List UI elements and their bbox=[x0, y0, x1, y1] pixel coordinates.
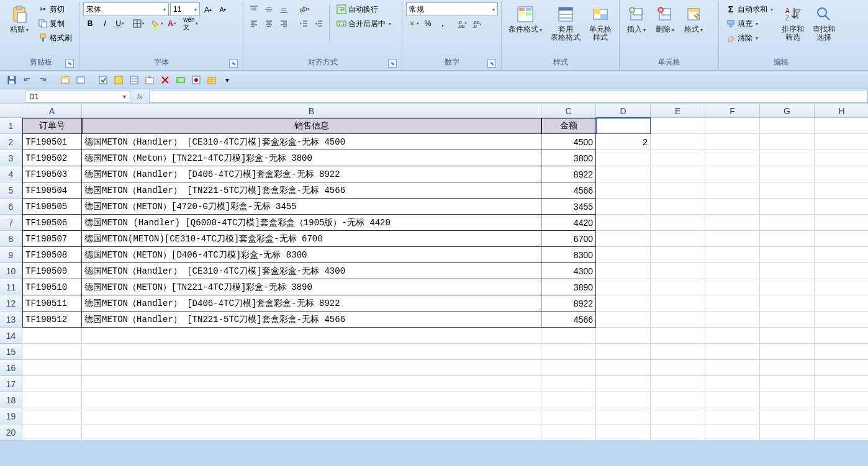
cell-E14[interactable] bbox=[651, 328, 705, 344]
orientation-button[interactable]: ab bbox=[297, 2, 310, 16]
col-header-G[interactable]: G bbox=[760, 104, 815, 118]
increase-indent-button[interactable] bbox=[312, 17, 325, 30]
cell-E2[interactable] bbox=[651, 134, 705, 150]
cell-A20[interactable] bbox=[22, 424, 82, 441]
cell-F12[interactable] bbox=[705, 295, 760, 311]
row-header-16[interactable]: 16 bbox=[0, 360, 22, 376]
cell-E16[interactable] bbox=[651, 360, 705, 376]
cell-B7[interactable]: 德国METON (Handler) [Q6000-4TC刀模]套盒彩盒（1905… bbox=[82, 215, 541, 231]
font-name-combo[interactable]: 宋体▾ bbox=[83, 2, 169, 16]
cell-F9[interactable] bbox=[705, 247, 760, 263]
cell-A10[interactable]: TF190509 bbox=[22, 263, 82, 279]
cell-F4[interactable] bbox=[705, 166, 760, 182]
cell-F6[interactable] bbox=[705, 199, 760, 215]
cell-E17[interactable] bbox=[651, 376, 705, 392]
formula-input[interactable] bbox=[149, 91, 868, 103]
cell-G15[interactable] bbox=[760, 344, 815, 360]
cell-G17[interactable] bbox=[760, 376, 815, 392]
phonetic-button[interactable]: wén文 bbox=[184, 17, 197, 30]
cell-E15[interactable] bbox=[651, 344, 705, 360]
increase-font-button[interactable]: A▴ bbox=[201, 2, 215, 16]
cell-A13[interactable]: TF190512 bbox=[22, 311, 82, 328]
cell-A5[interactable]: TF190504 bbox=[22, 182, 82, 199]
cell-A16[interactable] bbox=[22, 360, 82, 376]
cell-E13[interactable] bbox=[651, 311, 705, 328]
cell-D19[interactable] bbox=[596, 408, 651, 424]
row-header-19[interactable]: 19 bbox=[0, 408, 22, 424]
qat-btn-2[interactable] bbox=[74, 73, 88, 87]
cell-F18[interactable] bbox=[705, 392, 760, 408]
cell-C5[interactable]: 4566 bbox=[541, 182, 596, 199]
cell-G9[interactable] bbox=[760, 247, 815, 263]
cell-F8[interactable] bbox=[705, 231, 760, 247]
cell-C9[interactable]: 8300 bbox=[541, 247, 596, 263]
format-painter-button[interactable]: 格式刷 bbox=[35, 31, 75, 45]
align-left-button[interactable] bbox=[247, 17, 261, 30]
cell-B6[interactable]: 德国METON（METON）[4720-G刀模]彩盒-无标 3455 bbox=[82, 199, 541, 215]
cell-G5[interactable] bbox=[760, 182, 815, 199]
cell-C20[interactable] bbox=[541, 424, 596, 441]
cell-F17[interactable] bbox=[705, 376, 760, 392]
cell-C6[interactable]: 3455 bbox=[541, 199, 596, 215]
cell-A8[interactable]: TF190507 bbox=[22, 231, 82, 247]
cell-G2[interactable] bbox=[760, 134, 815, 150]
qat-btn-7[interactable] bbox=[158, 73, 172, 87]
cell-H20[interactable] bbox=[815, 424, 868, 441]
qat-btn-6[interactable] bbox=[143, 73, 156, 87]
cell-C4[interactable]: 8922 bbox=[541, 166, 596, 182]
cell-E6[interactable] bbox=[651, 199, 705, 215]
qat-btn-5[interactable] bbox=[127, 73, 141, 87]
cell-H18[interactable] bbox=[815, 392, 868, 408]
cell-E5[interactable] bbox=[651, 182, 705, 199]
cell-A3[interactable]: TF190502 bbox=[22, 150, 82, 166]
number-format-combo[interactable]: 常规▾ bbox=[406, 2, 498, 16]
cell-F13[interactable] bbox=[705, 311, 760, 328]
select-all-corner[interactable] bbox=[0, 104, 22, 118]
qat-btn-4[interactable] bbox=[112, 73, 125, 87]
cell-D5[interactable] bbox=[596, 182, 651, 199]
cell-F7[interactable] bbox=[705, 215, 760, 231]
row-header-14[interactable]: 14 bbox=[0, 328, 22, 344]
qat-btn-10[interactable] bbox=[205, 73, 219, 87]
sort-filter-button[interactable]: AZ排序和 筛选 bbox=[779, 2, 807, 43]
row-header-4[interactable]: 4 bbox=[0, 166, 22, 182]
cell-E4[interactable] bbox=[651, 166, 705, 182]
cell-D20[interactable] bbox=[596, 424, 651, 441]
border-button[interactable] bbox=[132, 17, 145, 30]
cell-H17[interactable] bbox=[815, 376, 868, 392]
font-size-combo[interactable]: 11▾ bbox=[170, 2, 200, 16]
cell-A15[interactable] bbox=[22, 344, 82, 360]
cell-H13[interactable] bbox=[815, 311, 868, 328]
copy-button[interactable]: 复制 bbox=[35, 17, 75, 30]
row-header-7[interactable]: 7 bbox=[0, 215, 22, 231]
cell-E12[interactable] bbox=[651, 295, 705, 311]
decrease-font-button[interactable]: A▾ bbox=[216, 2, 230, 16]
cell-H12[interactable] bbox=[815, 295, 868, 311]
cell-C10[interactable]: 4300 bbox=[541, 263, 596, 279]
cell-A18[interactable] bbox=[22, 392, 82, 408]
col-header-A[interactable]: A bbox=[22, 104, 82, 118]
cell-H6[interactable] bbox=[815, 199, 868, 215]
cell-G20[interactable] bbox=[760, 424, 815, 441]
cell-E18[interactable] bbox=[651, 392, 705, 408]
row-header-12[interactable]: 12 bbox=[0, 295, 22, 311]
cell-H15[interactable] bbox=[815, 344, 868, 360]
number-dialog-launcher[interactable]: ⬊ bbox=[487, 59, 496, 68]
qat-btn-8[interactable] bbox=[174, 73, 188, 87]
cell-B18[interactable] bbox=[82, 392, 541, 408]
cell-B13[interactable]: 德国METON（Handler） [TN221-5TC刀模]套盒彩盒-无标 45… bbox=[82, 311, 541, 328]
clipboard-dialog-launcher[interactable]: ⬊ bbox=[65, 59, 74, 68]
cell-D18[interactable] bbox=[596, 392, 651, 408]
fx-button[interactable]: fx bbox=[134, 91, 145, 102]
bold-button[interactable]: B bbox=[83, 17, 97, 30]
cell-A2[interactable]: TF190501 bbox=[22, 134, 82, 150]
cell-F20[interactable] bbox=[705, 424, 760, 441]
cell-G19[interactable] bbox=[760, 408, 815, 424]
decrease-indent-button[interactable] bbox=[297, 17, 310, 30]
qat-undo[interactable] bbox=[20, 73, 34, 87]
align-bottom-button[interactable] bbox=[277, 2, 291, 16]
cell-H7[interactable] bbox=[815, 215, 868, 231]
cell-G4[interactable] bbox=[760, 166, 815, 182]
cell-A1[interactable]: 订单号 bbox=[22, 118, 82, 134]
cell-F11[interactable] bbox=[705, 279, 760, 295]
